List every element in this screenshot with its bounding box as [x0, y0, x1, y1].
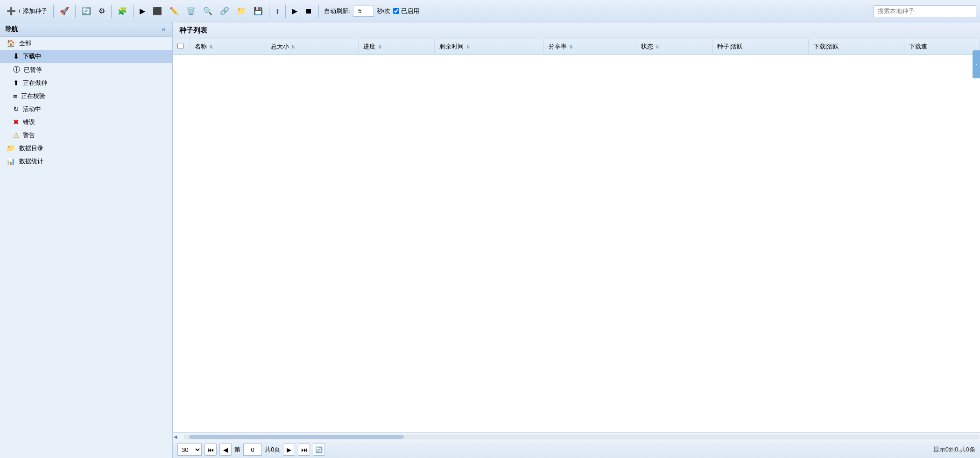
horizontal-scrollbar[interactable]: ◀	[173, 432, 980, 441]
select-all-checkbox[interactable]	[177, 43, 183, 49]
scroll-left-icon[interactable]: ◀	[174, 434, 177, 439]
plugin-button[interactable]: 🧩	[115, 6, 130, 16]
separator-6	[285, 5, 286, 18]
pause-rect-button[interactable]: ⬛	[150, 6, 165, 16]
play-button[interactable]: ▶	[289, 6, 300, 16]
enabled-checkbox[interactable]	[393, 8, 399, 14]
search-detail-button[interactable]: 🔍	[200, 6, 215, 16]
auto-refresh-label: 自动刷新:	[324, 7, 350, 15]
sidebar-item-error[interactable]: ✖ 错误	[0, 116, 172, 129]
seed-table: 名称 ⇅ 总大小 ⇅ 进度 ⇅ 剩余时间 ⇅	[173, 39, 980, 55]
sidebar-item-label: 警告	[23, 131, 35, 139]
sidebar-header: 导航 «	[0, 22, 172, 37]
sidebar-item-label: 全部	[19, 39, 31, 48]
settings-button[interactable]: ⚙	[96, 6, 108, 16]
separator-1	[53, 5, 54, 18]
sidebar-item-label: 数据目录	[19, 144, 43, 153]
sidebar-item-paused[interactable]: ⓘ 已暂停	[0, 63, 172, 76]
scroll-thumb[interactable]	[189, 435, 404, 439]
rocket-button[interactable]: 🚀	[57, 6, 72, 16]
col-status[interactable]: 状态 ⇅	[636, 39, 712, 55]
table-container[interactable]: 名称 ⇅ 总大小 ⇅ 进度 ⇅ 剩余时间 ⇅	[173, 39, 980, 432]
last-page-button[interactable]: ⏭	[298, 444, 310, 456]
play-view-button[interactable]: ▶	[137, 6, 148, 16]
col-dl-speed[interactable]: 下载速	[904, 39, 980, 55]
gear-icon: ⚙	[99, 7, 105, 15]
pause-rect-icon: ⬛	[153, 7, 162, 15]
sidebar-title: 导航	[5, 25, 18, 34]
stop-icon: ⏹	[305, 7, 312, 15]
sidebar-item-active[interactable]: ↻ 活动中	[0, 103, 172, 116]
content-title: 种子列表	[173, 22, 980, 39]
separator-2	[75, 5, 76, 18]
col-dl-active[interactable]: 下载|活跃	[808, 39, 904, 55]
link-icon: 🔗	[220, 7, 229, 15]
pagination-status: 显示0到0,共0条	[933, 445, 975, 454]
search-input[interactable]	[874, 5, 976, 17]
progress-sort-icon: ⇅	[378, 44, 382, 49]
add-seed-label: + 添加种子	[18, 7, 47, 15]
remaining-sort-icon: ⇅	[466, 44, 470, 49]
pause-icon: ⓘ	[13, 65, 20, 74]
col-seed-active[interactable]: 种子|活跃	[712, 39, 809, 55]
refresh-unit: 秒/次	[377, 7, 391, 15]
col-share-ratio[interactable]: 分享率 ⇅	[543, 39, 636, 55]
sidebar-item-label: 活动中	[23, 105, 41, 113]
auto-refresh-section: 自动刷新: 秒/次 已启用	[324, 6, 419, 17]
search-detail-icon: 🔍	[203, 7, 212, 15]
status-sort-icon: ⇅	[656, 44, 659, 49]
col-remaining[interactable]: 剩余时间 ⇅	[435, 39, 543, 55]
sidebar-item-seeding[interactable]: ⬆ 正在做种	[0, 76, 172, 90]
reload-page-button[interactable]: 🔄	[313, 444, 325, 456]
sidebar-item-downloading[interactable]: ⬇ 下载中	[0, 50, 172, 63]
folder-button[interactable]: 📁	[234, 6, 249, 16]
first-page-button[interactable]: ⏮	[204, 444, 217, 456]
right-sidebar-toggle[interactable]: ›	[973, 50, 980, 78]
col-name[interactable]: 名称 ⇅	[190, 39, 266, 55]
add-icon: ➕	[7, 7, 16, 15]
sidebar-item-warning[interactable]: ⚠ 警告	[0, 129, 172, 142]
sidebar-item-label: 数据统计	[19, 157, 43, 166]
home-icon: 🏠	[7, 39, 15, 48]
separator-7	[318, 5, 319, 18]
size-sort-icon: ⇅	[291, 44, 295, 49]
edit-button[interactable]: ✏️	[167, 6, 182, 16]
col-checkbox[interactable]	[173, 39, 190, 55]
enabled-label: 已启用	[401, 7, 419, 15]
sidebar-item-data-dir[interactable]: 📁 数据目录	[0, 142, 172, 155]
save-button[interactable]: 💾	[251, 6, 266, 16]
stop-button[interactable]: ⏹	[302, 6, 315, 16]
sidebar-item-data-stats[interactable]: 📊 数据统计	[0, 155, 172, 168]
add-seed-button[interactable]: ➕ + 添加种子	[4, 6, 50, 17]
delete-icon: 🗑️	[186, 7, 196, 15]
scroll-track[interactable]	[184, 435, 979, 439]
refresh-interval-input[interactable]	[353, 6, 374, 17]
delete-button[interactable]: 🗑️	[183, 6, 198, 16]
col-size[interactable]: 总大小 ⇅	[266, 39, 358, 55]
warning-icon: ⚠	[13, 131, 19, 139]
edit-icon: ✏️	[169, 7, 179, 15]
name-sort-icon: ⇅	[209, 44, 213, 49]
sidebar-collapse-button[interactable]: «	[160, 25, 168, 34]
link-button[interactable]: 🔗	[217, 6, 232, 16]
share-sort-icon: ⇅	[569, 44, 573, 49]
page-size-select[interactable]: 10 20 30 50 100	[177, 444, 202, 456]
prev-page-button[interactable]: ◀	[219, 444, 232, 456]
main-layout: 导航 « 🏠 全部 ⬇ 下载中 ⓘ 已暂停 ⬆ 正在做种 ≡ 正在校验 ↻ 活动…	[0, 22, 980, 458]
col-progress[interactable]: 进度 ⇅	[359, 39, 435, 55]
sidebar-item-label: 下载中	[23, 52, 41, 61]
sidebar-item-label: 错误	[23, 118, 35, 126]
right-chevron-icon: ›	[975, 62, 977, 67]
play-icon: ▶	[292, 7, 297, 15]
check-icon: ≡	[13, 92, 17, 100]
sidebar-item-label: 已暂停	[24, 66, 42, 74]
sidebar-item-all[interactable]: 🏠 全部	[0, 37, 172, 50]
content-area: 种子列表 名称 ⇅ 总大小 ⇅	[173, 22, 980, 458]
refresh-button[interactable]: 🔄	[79, 6, 94, 16]
sidebar-item-checking[interactable]: ≡ 正在校验	[0, 90, 172, 103]
sort-button[interactable]: ↕️	[273, 6, 282, 16]
plugin-icon: 🧩	[118, 7, 127, 15]
toolbar: ➕ + 添加种子 🚀 🔄 ⚙ 🧩 ▶ ⬛ ✏️ 🗑️ 🔍 🔗 📁 💾 ↕️	[0, 0, 980, 22]
page-number-input[interactable]	[243, 444, 262, 456]
next-page-button[interactable]: ▶	[283, 444, 295, 456]
